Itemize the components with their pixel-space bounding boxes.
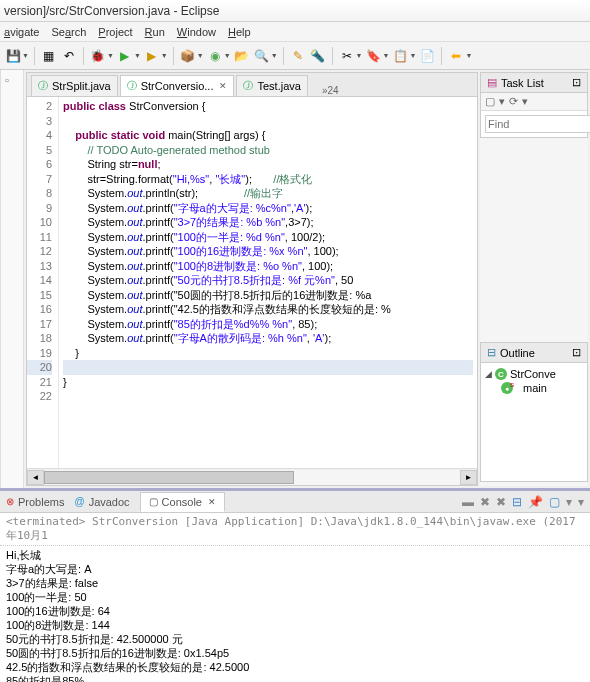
outline-label: StrConve [510,368,556,380]
dropdown-icon[interactable]: ▼ [22,52,29,59]
menu-navigate[interactable]: avigate [4,26,39,38]
outline-panel: ⊟ Outline ⊡ ◢ C StrConve ● s main [480,342,588,482]
toggle-ruler-icon[interactable]: ▫ [1,70,23,90]
menu-window[interactable]: Window [177,26,216,38]
scroll-lock-icon[interactable]: ⊟ [512,495,522,509]
dropdown-icon[interactable]: ▼ [383,52,390,59]
outline-item-class[interactable]: ◢ C StrConve [485,367,583,381]
scroll-left-icon[interactable]: ◄ [27,470,44,485]
dropdown-icon[interactable]: ▼ [465,52,472,59]
tab-console[interactable]: ▢ Console ✕ [140,492,225,512]
tasklist-title: Task List [501,77,544,89]
remove-launch-icon[interactable]: ▬ [462,495,474,509]
clear-icon[interactable]: ✖ [496,495,506,509]
new-package-icon[interactable]: 📦 [179,47,197,65]
tab-strsplit[interactable]: Ⓙ StrSplit.java [31,75,118,96]
javadoc-icon: @ [74,496,84,507]
tasklist-icon: ▤ [487,76,497,89]
dropdown-icon[interactable]: ▼ [161,52,168,59]
expand-icon[interactable]: ◢ [485,369,492,379]
outline-icon: ⊟ [487,346,496,359]
dropdown-icon[interactable]: ▼ [134,52,141,59]
tab-problems[interactable]: ⊗ Problems [6,496,64,508]
tasklist-panel: ▤ Task List ⊡ ▢ ▾ ⟳ ▾ ▸ [480,72,588,138]
search-icon[interactable]: 🔍 [253,47,271,65]
menu-run[interactable]: Run [145,26,165,38]
tab-test[interactable]: Ⓙ Test.java [236,75,307,96]
outline-title: Outline [500,347,535,359]
tab-label: StrConversio... [141,80,214,92]
console-output[interactable]: Hi,长城字母a的大写是: A3>7的结果是: false100的一半是: 50… [0,546,590,682]
run-icon[interactable]: ▶ [116,47,134,65]
tab-label: Console [162,496,202,508]
horizontal-scrollbar[interactable]: ◄ ► [27,468,477,485]
back-icon[interactable]: ⬅ [447,47,465,65]
menu-help[interactable]: Help [228,26,251,38]
coverage-icon[interactable]: ▶ [143,47,161,65]
left-gutter: ▫ [0,70,24,488]
console-area: ⊗ Problems @ Javadoc ▢ Console ✕ ▬ ✖ ✖ ⊟… [0,488,590,682]
scroll-right-icon[interactable]: ► [460,470,477,485]
dropdown-icon[interactable]: ▼ [409,52,416,59]
menu-project[interactable]: Project [98,26,132,38]
dropdown-icon[interactable]: ▼ [197,52,204,59]
tab-strconversion[interactable]: Ⓙ StrConversio... ✕ [120,75,235,96]
java-file-icon: Ⓙ [38,79,48,93]
close-icon[interactable]: ✕ [219,81,227,91]
tab-label: Problems [18,496,64,508]
cut-icon[interactable]: ✂ [338,47,356,65]
paste-icon[interactable]: 📄 [418,47,436,65]
tab-label: Javadoc [89,496,130,508]
window-title: version]/src/StrConversion.java - Eclips… [4,4,219,18]
code-editor[interactable]: public class StrConversion { public stat… [59,97,477,468]
dropdown-icon[interactable]: ▼ [107,52,114,59]
open-icon[interactable]: ▦ [40,47,58,65]
main-toolbar: 💾 ▼ ▦ ↶ 🐞 ▼ ▶ ▼ ▶ ▼ 📦 ▼ ◉ ▼ 📂 🔍 ▼ ✎ 🔦 ✂ … [0,42,590,70]
line-numbers: 2345678910111213141516171819202122 [27,97,59,468]
minimize-icon[interactable]: ⊡ [572,76,581,89]
menubar: avigate Search Project Run Window Help [0,22,590,42]
tab-javadoc[interactable]: @ Javadoc [74,496,129,508]
task-icon[interactable]: 🔖 [365,47,383,65]
dropdown-icon[interactable]: ▼ [271,52,278,59]
save-icon[interactable]: 💾 [4,47,22,65]
remove-all-icon[interactable]: ✖ [480,495,490,509]
wand-icon[interactable]: ✎ [289,47,307,65]
console-icon: ▢ [149,496,158,507]
console-header: <terminated> StrConversion [Java Applica… [0,513,590,546]
dropdown-icon[interactable]: ▾ [499,95,505,108]
editor-tabs: Ⓙ StrSplit.java Ⓙ StrConversio... ✕ Ⓙ Te… [27,73,477,97]
undo-icon[interactable]: ↶ [60,47,78,65]
close-icon[interactable]: ✕ [208,497,216,507]
tab-label: Test.java [257,80,300,92]
new-class-icon[interactable]: ◉ [206,47,224,65]
open-type-icon[interactable]: 📂 [233,47,251,65]
tab-label: StrSplit.java [52,80,111,92]
new-console-icon[interactable]: ▾ [578,495,584,509]
new-task-icon[interactable]: ▢ [485,95,495,108]
breadcrumb[interactable]: »24 [322,85,339,96]
class-icon: C [495,368,507,380]
pin-icon[interactable]: 📌 [528,495,543,509]
open-console-icon[interactable]: ▾ [566,495,572,509]
flashlight-icon[interactable]: 🔦 [309,47,327,65]
console-tabs: ⊗ Problems @ Javadoc ▢ Console ✕ ▬ ✖ ✖ ⊟… [0,491,590,513]
outline-item-method[interactable]: ● s main [485,381,583,395]
dropdown-icon[interactable]: ▼ [224,52,231,59]
problems-icon: ⊗ [6,496,14,507]
minimize-icon[interactable]: ⊡ [572,346,581,359]
copy-icon[interactable]: 📋 [391,47,409,65]
outline-label: main [523,382,547,394]
java-file-icon: Ⓙ [243,79,253,93]
refresh-icon[interactable]: ⟳ [509,95,518,108]
find-input[interactable] [485,115,590,133]
dropdown-icon[interactable]: ▼ [356,52,363,59]
window-titlebar: version]/src/StrConversion.java - Eclips… [0,0,590,22]
menu-search[interactable]: Search [51,26,86,38]
editor-area: Ⓙ StrSplit.java Ⓙ StrConversio... ✕ Ⓙ Te… [26,72,478,486]
debug-icon[interactable]: 🐞 [89,47,107,65]
display-icon[interactable]: ▢ [549,495,560,509]
filter-icon[interactable]: ▾ [522,95,528,108]
static-badge-icon: s [510,380,514,389]
scroll-thumb[interactable] [44,471,294,484]
